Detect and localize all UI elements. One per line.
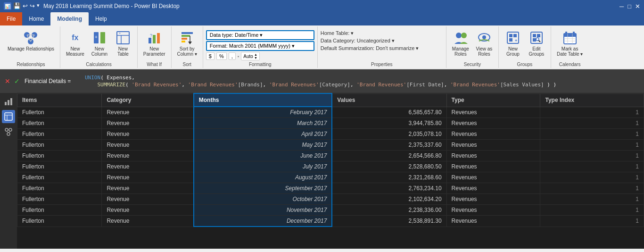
sidebar-data-icon[interactable] [2,110,15,123]
cell-values: 2,321,268.60 [332,172,446,183]
dollar-btn[interactable]: $ [206,52,215,60]
relationships-group-label: Relationships [5,60,57,68]
whatif-group-label: What If [140,60,168,68]
sidebar-report-icon[interactable] [2,95,15,108]
new-group-button[interactable]: + NewGroup [502,28,524,59]
percent-btn[interactable]: % [216,52,227,60]
tab-modeling[interactable]: Modeling [50,12,89,25]
format-dropdown[interactable]: Format: March 2001 (MMMM yyyy) ▾ [206,41,314,51]
close-formula-btn[interactable]: ✕ [4,76,11,86]
new-table-button[interactable]: + NewTable [112,28,134,59]
cell-category: Revenue [102,129,194,140]
new-group-icon: + [505,30,520,45]
table-row: Fullerton Revenue October 2017 2,102,634… [17,194,644,205]
edit-groups-icon [529,30,544,45]
cell-type: Revenues [446,107,540,118]
sidebar-model-icon[interactable] [2,125,15,138]
data-type-dropdown[interactable]: Data type: Date/Time ▾ [206,30,314,40]
step-down[interactable]: ▼ [254,56,257,59]
cell-items: Fullerton [17,172,102,183]
cell-type-index: 1 [540,161,644,172]
ribbon-group-security: ManageRoles View asRoles Security [446,26,499,68]
cell-type-index: 1 [540,205,644,216]
cell-type: Revenues [446,140,540,151]
new-parameter-button[interactable]: ? NewParameter [140,28,168,59]
new-parameter-icon: ? [147,30,162,45]
mark-as-date-table-button[interactable]: Mark asDate Table ▾ [554,28,586,59]
cell-months: October 2017 [194,194,332,205]
svg-rect-46 [8,100,9,105]
undo-icon[interactable]: ↩ [23,2,28,10]
col-header-values[interactable]: Values [332,93,446,107]
table-row: Fullerton Revenue September 2017 2,763,2… [17,183,644,194]
cell-type: Revenues [446,151,540,161]
accept-formula-btn[interactable]: ✓ [13,76,21,86]
table-row: Fullerton Revenue December 2017 2,538,89… [17,216,644,227]
svg-line-54 [7,131,8,133]
cell-months: November 2017 [194,205,332,216]
svg-rect-44 [573,32,575,35]
tab-file[interactable]: File [0,12,22,25]
svg-rect-48 [5,113,12,120]
close-btn[interactable]: ✕ [635,3,640,10]
sort-group-label: Sort [174,60,200,68]
svg-rect-19 [182,38,187,40]
cell-months: February 2017 [194,107,332,118]
table-area[interactable]: Items Category Months Values Type Type I… [17,93,644,249]
col-header-type[interactable]: Type [446,93,540,107]
new-measure-button[interactable]: fx NewMeasure [63,28,87,59]
pin-icon[interactable]: ▾ [37,2,40,10]
manage-relationships-button[interactable]: Manage Relationships [5,28,57,53]
edit-groups-button[interactable]: EditGroups [525,28,548,59]
format-label: Format: March 2001 (MMMM yyyy) ▾ [210,43,295,49]
tab-help[interactable]: Help [89,12,114,25]
calculations-group-label: Calculations [63,60,134,68]
cell-items: Fullerton [17,194,102,205]
svg-rect-33 [533,34,536,37]
col-header-items[interactable]: Items [17,93,102,107]
comma-btn[interactable]: , [229,52,236,60]
sort-by-column-button[interactable]: Sort byColumn ▾ [174,28,200,59]
tab-home[interactable]: Home [22,12,50,25]
table-row: Fullerton Revenue November 2017 2,238,33… [17,205,644,216]
title-bar-icons: 📊 💾 ↩ ↪ ▾ [4,2,40,10]
formula-text: UNION( Expenses, SUMMARIZE( 'Brand Reven… [85,74,640,89]
cell-type-index: 1 [540,129,644,140]
ribbon-group-calculations: fx NewMeasure + NewColumn [60,26,138,68]
new-column-button[interactable]: + NewColumn [88,28,111,59]
ribbon-group-relationships: Manage Relationships Relationships [2,26,60,68]
cell-items: Fullerton [17,183,102,194]
calendars-group-label: Calendars [554,60,586,68]
col-header-category[interactable]: Category [102,93,194,107]
manage-roles-button[interactable]: ManageRoles [449,28,472,59]
col-header-type-index[interactable]: Type Index [540,93,644,107]
svg-text:+: + [119,32,121,35]
step-up[interactable]: ▲ [254,53,257,56]
svg-rect-20 [182,41,185,42]
default-summarization-row: Default Summarization: Don't summarize ▾ [321,45,443,51]
redo-icon[interactable]: ↪ [30,2,35,10]
cell-values: 2,035,078.10 [332,129,446,140]
save-icon[interactable]: 💾 [13,2,21,10]
cell-months: July 2017 [194,161,332,172]
maximize-btn[interactable]: □ [627,3,631,10]
cell-values: 2,238,336.00 [332,205,446,216]
cell-months: March 2017 [194,118,332,129]
sort-by-column-icon [180,30,195,45]
svg-text:?: ? [150,33,152,38]
mark-as-date-table-icon [562,30,578,45]
cell-category: Revenue [102,194,194,205]
stepper[interactable]: ▲ ▼ [254,53,257,59]
svg-point-52 [9,128,12,131]
view-as-roles-button[interactable]: View asRoles [473,28,495,59]
main-area: Items Category Months Values Type Type I… [0,93,644,249]
cell-type-index: 1 [540,194,644,205]
minimize-btn[interactable]: ─ [619,3,624,10]
cell-values: 2,375,337.60 [332,140,446,151]
formatting-group-label: Formatting [206,60,314,68]
table-row: Fullerton Revenue May 2017 2,375,337.60 … [17,140,644,151]
cell-category: Revenue [102,118,194,129]
data-category-label: Data Category: Uncategorized ▾ [321,38,395,44]
col-header-months[interactable]: Months [194,93,332,107]
new-measure-icon: fx [67,30,83,45]
